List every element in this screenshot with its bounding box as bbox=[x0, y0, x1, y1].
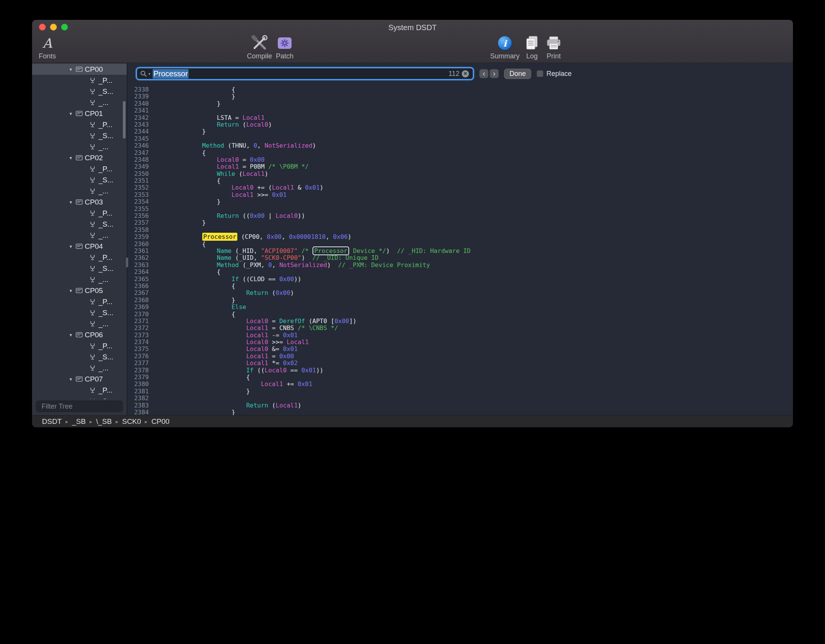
disclosure-triangle-icon[interactable]: ▼ bbox=[69, 377, 76, 382]
breadcrumb-item[interactable]: DSDT bbox=[42, 417, 62, 426]
find-next-button[interactable]: › bbox=[490, 69, 499, 78]
code-line[interactable]: If ((CLOD == 0x00)) bbox=[158, 276, 793, 283]
tree-item-child[interactable]: _... bbox=[32, 362, 127, 374]
splitter-handle-icon[interactable] bbox=[126, 258, 128, 267]
code-line[interactable]: } bbox=[158, 93, 793, 100]
tree-item-child[interactable]: _S... bbox=[32, 174, 127, 185]
disclosure-triangle-icon[interactable]: ▼ bbox=[69, 200, 76, 204]
tree-item-cp07[interactable]: ▼CP07 bbox=[32, 374, 127, 385]
tree-item-child[interactable]: _... bbox=[32, 318, 127, 329]
pane-divider[interactable] bbox=[127, 63, 127, 415]
tree-item-child[interactable]: _S... bbox=[32, 263, 127, 274]
disclosure-triangle-icon[interactable]: ▼ bbox=[69, 244, 76, 249]
fonts-button[interactable]: A Fonts bbox=[35, 34, 60, 60]
breadcrumb-item[interactable]: \_SB bbox=[96, 417, 112, 426]
compile-button[interactable]: Compile bbox=[243, 34, 276, 60]
find-search-field[interactable]: ▾ Processor 112 ✕ bbox=[136, 67, 474, 80]
code-line[interactable]: Name (_HID, "ACPI0007" /* Processor Devi… bbox=[158, 248, 793, 254]
disclosure-triangle-icon[interactable]: ▼ bbox=[69, 288, 76, 293]
code-line[interactable]: Local1 >>= 0x01 bbox=[158, 192, 793, 198]
code-line[interactable]: Local1 = 0x00 bbox=[158, 353, 793, 360]
code-line[interactable]: Local1 += 0x01 bbox=[158, 381, 793, 388]
done-button[interactable]: Done bbox=[504, 69, 531, 79]
code-line[interactable] bbox=[158, 395, 793, 402]
replace-checkbox[interactable] bbox=[537, 70, 543, 77]
code-line[interactable]: Local1 *= 0x02 bbox=[158, 360, 793, 367]
tree-item-cp04[interactable]: ▼CP04 bbox=[32, 241, 127, 252]
tree-item-child[interactable]: _P... bbox=[32, 296, 127, 307]
code-area[interactable]: { } } LSTA = Local1 Return (Local0) } Me… bbox=[153, 86, 793, 415]
disclosure-triangle-icon[interactable]: ▼ bbox=[69, 111, 76, 116]
breadcrumb-item[interactable]: SCK0 bbox=[122, 417, 141, 426]
code-line[interactable]: } bbox=[158, 100, 793, 107]
tree-item-cp03[interactable]: ▼CP03 bbox=[32, 196, 127, 208]
code-line[interactable]: { bbox=[158, 374, 793, 381]
tree-item-cp01[interactable]: ▼CP01 bbox=[32, 108, 127, 119]
close-button[interactable] bbox=[39, 24, 46, 31]
titlebar[interactable]: System DSDT bbox=[32, 20, 793, 34]
code-line[interactable]: Method (_PXM, 0, NotSerialized) // _PXM:… bbox=[158, 262, 793, 269]
code-line[interactable]: Local0 &= 0x01 bbox=[158, 346, 793, 353]
patch-button[interactable]: Patch bbox=[272, 34, 297, 60]
code-line[interactable]: } bbox=[158, 219, 793, 226]
code-line[interactable] bbox=[158, 206, 793, 213]
disclosure-triangle-icon[interactable]: ▼ bbox=[69, 156, 76, 160]
sidebar-scrollbar[interactable] bbox=[123, 101, 126, 138]
code-line[interactable]: { bbox=[158, 150, 793, 156]
log-button[interactable]: Log bbox=[522, 34, 542, 60]
find-query-text[interactable]: Processor bbox=[153, 69, 189, 79]
code-line[interactable] bbox=[158, 107, 793, 114]
disclosure-triangle-icon[interactable]: ▼ bbox=[69, 333, 76, 337]
code-line[interactable]: Local0 += (Local1 & 0x01) bbox=[158, 184, 793, 191]
code-line[interactable]: Return ((0x00 | Local0)) bbox=[158, 213, 793, 219]
tree-item-child[interactable]: _P... bbox=[32, 385, 127, 396]
code-line[interactable]: } bbox=[158, 128, 793, 135]
code-line[interactable]: { bbox=[158, 269, 793, 275]
tree-item-child[interactable]: _S... bbox=[32, 130, 127, 141]
tree-item-child[interactable]: _P... bbox=[32, 119, 127, 130]
tree-item-child[interactable]: _P... bbox=[32, 163, 127, 174]
code-line[interactable]: } bbox=[158, 388, 793, 395]
code-line[interactable]: If ((Local0 == 0x01)) bbox=[158, 367, 793, 374]
tree-item-child[interactable]: _... bbox=[32, 185, 127, 196]
chevron-down-icon[interactable]: ▾ bbox=[148, 72, 150, 76]
code-line[interactable]: Else bbox=[158, 304, 793, 311]
code-line[interactable]: Return (Local0) bbox=[158, 121, 793, 128]
code-line[interactable]: Local1 = P0BM /* \P0BM */ bbox=[158, 163, 793, 170]
tree-item-child[interactable]: _... bbox=[32, 97, 127, 108]
tree-item-child[interactable]: _S... bbox=[32, 351, 127, 362]
sidebar-tree[interactable]: ▼CP00_P..._S..._...▼CP01_P..._S..._...▼C… bbox=[32, 63, 127, 399]
code-line[interactable] bbox=[158, 227, 793, 233]
tree-item-child[interactable]: _P... bbox=[32, 208, 127, 219]
filter-tree-field[interactable] bbox=[36, 401, 123, 412]
code-line[interactable]: { bbox=[158, 311, 793, 318]
tree-item-child[interactable]: _S... bbox=[32, 219, 127, 230]
code-line[interactable]: { bbox=[158, 283, 793, 290]
code-line[interactable] bbox=[158, 135, 793, 142]
breadcrumb-item[interactable]: CP00 bbox=[151, 417, 170, 426]
code-editor[interactable]: 2338233923402341234223432344234523462347… bbox=[127, 84, 793, 415]
code-line[interactable]: Local0 = DerefOf (APT0 [0x00]) bbox=[158, 318, 793, 325]
code-line[interactable]: Method (THNU, 0, NotSerialized) bbox=[158, 142, 793, 149]
code-line[interactable]: Local1 = CNBS /* \CNBS */ bbox=[158, 325, 793, 332]
code-line[interactable]: { bbox=[158, 241, 793, 248]
tree-item-child[interactable]: _S... bbox=[32, 396, 127, 399]
zoom-button[interactable] bbox=[61, 24, 68, 31]
code-line[interactable]: Return (0x00) bbox=[158, 290, 793, 296]
print-button[interactable]: Print bbox=[541, 34, 566, 60]
tree-item-child[interactable]: _... bbox=[32, 230, 127, 241]
summary-button[interactable]: i Summary bbox=[488, 34, 521, 60]
tree-item-cp02[interactable]: ▼CP02 bbox=[32, 152, 127, 163]
tree-item-child[interactable]: _P... bbox=[32, 340, 127, 351]
code-line[interactable]: Return (Local1) bbox=[158, 402, 793, 409]
tree-item-child[interactable]: _P... bbox=[32, 75, 127, 86]
code-line[interactable]: Processor (CP00, 0x00, 0x00001810, 0x06) bbox=[158, 233, 793, 240]
code-line[interactable]: Local0 = 0x00 bbox=[158, 156, 793, 163]
code-line[interactable]: Name (_UID, "SCK0-CP00") // _UID: Unique… bbox=[158, 254, 793, 261]
disclosure-triangle-icon[interactable]: ▼ bbox=[69, 67, 76, 72]
code-line[interactable]: } bbox=[158, 409, 793, 415]
tree-item-child[interactable]: _S... bbox=[32, 86, 127, 97]
breadcrumb-item[interactable]: _SB bbox=[72, 417, 86, 426]
tree-item-cp06[interactable]: ▼CP06 bbox=[32, 329, 127, 340]
code-line[interactable]: LSTA = Local1 bbox=[158, 114, 793, 121]
